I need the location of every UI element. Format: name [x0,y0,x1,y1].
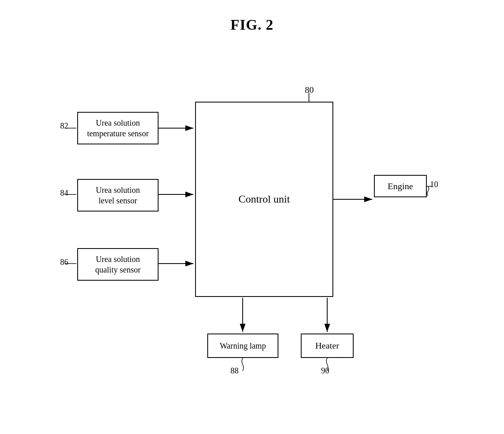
sensor-box-level: Urea solutionlevel sensor [77,179,159,212]
diagram-container: Control unit 80 Urea solutiontemperature… [24,49,480,418]
sensor-box-temperature: Urea solutiontemperature sensor [77,112,159,144]
heater-label: Heater [315,340,339,351]
ref-84-label: 84 [60,188,68,198]
engine-label: Engine [388,181,413,192]
sensor-level-label: Urea solutionlevel sensor [96,185,140,205]
warning-lamp-box: Warning lamp [207,334,278,358]
warning-lamp-label: Warning lamp [220,341,266,351]
ref-90-label: 90 [321,366,329,375]
figure-title: FIG. 2 [0,0,504,33]
engine-box: Engine [374,175,427,197]
sensor-box-quality: Urea solutionquality sensor [77,248,159,281]
heater-box: Heater [301,334,354,358]
control-unit-label: Control unit [239,193,290,205]
ref-82-label: 82 [60,121,68,131]
sensor-quality-label: Urea solutionquality sensor [95,255,141,274]
control-unit-box: Control unit [195,102,333,297]
ref-88-label: 88 [230,366,239,375]
ref-10-label: 10 [430,180,438,189]
ref-86-label: 86 [60,257,68,267]
ref-80-label: 80 [305,85,314,95]
sensor-temperature-label: Urea solutiontemperature sensor [87,118,149,138]
ref-80-line [309,93,309,102]
